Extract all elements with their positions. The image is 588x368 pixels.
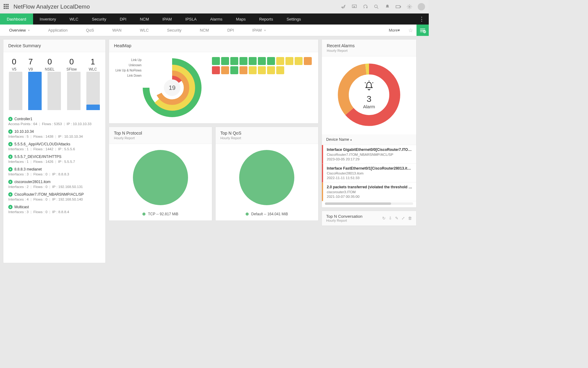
apps-grid-icon[interactable] <box>4 4 9 10</box>
device-row[interactable]: +10.10.10.34Interfaces : 5 | Flows : 143… <box>8 128 100 140</box>
mainnav-item-alarms[interactable]: Alarms <box>203 13 229 25</box>
bar-V5 <box>9 72 22 110</box>
chevron-down-icon: ▾ <box>398 28 400 33</box>
search-icon[interactable] <box>374 4 379 10</box>
heatmap-title: HeatMap <box>114 43 313 48</box>
mainnav-item-inventory[interactable]: Inventory <box>33 13 63 25</box>
expand-icon[interactable]: ⤢ <box>401 216 405 220</box>
device-row[interactable]: +8.8.8.3 medianetInterfaces : 3 | Flows … <box>8 165 100 178</box>
subnav-item-dpi[interactable]: DPI <box>218 25 243 36</box>
mainnav-item-ipsla[interactable]: IPSLA <box>179 13 203 25</box>
heatmap-card: HeatMap Link UpUnknownLink Up & NoFlowsL… <box>109 39 318 124</box>
export-icon[interactable]: ⇩ <box>389 216 392 220</box>
dashboard-content: Device Summary 0V57V90NSEL0SFlow1WLC +Co… <box>0 36 429 266</box>
heatmap-cell[interactable] <box>230 57 238 65</box>
device-row[interactable]: +5.5.5.7_DEVICE/INT/HTTPSInterfaces : 1 … <box>8 153 100 165</box>
headset-icon[interactable] <box>363 4 368 10</box>
top-protocol-title: Top N Protocol <box>114 131 207 136</box>
sub-nav-more-label: More <box>389 28 398 33</box>
heatmap-cell[interactable] <box>304 57 312 65</box>
stat-WLC: 1WLC <box>89 57 97 71</box>
heatmap-cell[interactable] <box>221 57 229 65</box>
alarm-row[interactable]: Interface GigabitEthernet0/0[CiscoRouter… <box>322 145 416 164</box>
mainnav-item-dashboard[interactable]: Dashboard <box>0 13 33 25</box>
mainnav-item-settings[interactable]: Settings <box>280 13 308 25</box>
mainnav-item-ipam[interactable]: IPAM <box>156 13 179 25</box>
subnav-item-qos[interactable]: QoS <box>77 25 103 36</box>
heatmap-cell[interactable] <box>267 57 275 65</box>
heatmap-legend: Link UpUnknownLink Up & NoFlowsLink Down <box>114 57 141 118</box>
top-protocol-subtitle: Hourly Report <box>114 136 207 140</box>
subnav-item-ncm[interactable]: NCM <box>191 25 218 36</box>
horizontal-scrollbar[interactable] <box>325 202 413 205</box>
heatmap-cell[interactable] <box>295 57 303 65</box>
heatmap-cell[interactable] <box>212 66 220 74</box>
heatmap-cell[interactable] <box>221 66 229 74</box>
device-list: +Controller1Access Points : 64 | Flows :… <box>3 113 105 219</box>
subnav-item-security[interactable]: Security <box>158 25 191 36</box>
alarm-row[interactable]: 2.0 packets transferred (violated the th… <box>322 182 416 201</box>
heatmap-cell[interactable] <box>285 57 293 65</box>
chevron-down-icon: ▾ <box>28 29 30 32</box>
heatmap-cell[interactable] <box>230 66 238 74</box>
heatmap-cell[interactable] <box>239 57 247 65</box>
add-widget-button[interactable] <box>417 25 429 36</box>
subnav-item-wlc[interactable]: WLC <box>131 25 158 36</box>
subnav-item-overview[interactable]: Overview ▾ <box>0 25 39 36</box>
heatmap-cell[interactable] <box>249 57 257 65</box>
subnav-item-application[interactable]: Application <box>39 25 77 36</box>
heatmap-cell[interactable] <box>276 66 284 74</box>
mainnav-item-wlc[interactable]: WLC <box>63 13 85 25</box>
legend-swatch <box>142 213 145 216</box>
device-row[interactable]: +5.5.5.6_ App/AVC/CLOUD/AttacksInterface… <box>8 140 100 153</box>
heatmap-cell[interactable] <box>267 66 275 74</box>
heatmap-cell[interactable] <box>258 57 266 65</box>
mainnav-item-ncm[interactable]: NCM <box>133 13 156 25</box>
stat-V9: 7V9 <box>28 57 33 71</box>
device-row[interactable]: +ciscorouter28011.itomInterfaces : 2 | F… <box>8 178 100 190</box>
heatmap-cell[interactable] <box>212 57 220 65</box>
battery-icon[interactable] <box>396 4 401 10</box>
legend-label: Default -- 164.041 MiB <box>251 212 288 216</box>
device-summary-stats: 0V57V90NSEL0SFlow1WLC <box>3 52 105 73</box>
main-nav-more-icon[interactable]: ⋮ <box>417 13 426 25</box>
subnav-item-wan[interactable]: WAN <box>103 25 131 36</box>
edit-icon[interactable]: ✎ <box>395 216 398 220</box>
alarm-row[interactable]: Interface FastEthernet0/1[CiscoRouter280… <box>322 164 416 182</box>
device-row[interactable]: +CiscoRouter7.ITOM_NBARSNMP/ACL/SPInterf… <box>8 190 100 203</box>
heatmap-cell[interactable] <box>239 66 247 74</box>
heatmap-ring-chart: 19 <box>141 57 203 118</box>
avatar[interactable] <box>418 3 425 10</box>
mainnav-item-security[interactable]: Security <box>85 13 113 25</box>
heatmap-legend-item: Link Up & NoFlows <box>114 69 141 72</box>
refresh-icon[interactable]: ↻ <box>382 216 386 220</box>
mainnav-item-reports[interactable]: Reports <box>252 13 280 25</box>
status-up-icon: + <box>8 142 13 146</box>
alarm-table-header[interactable]: Device Name▴ <box>322 134 416 145</box>
card-toolbar: ↻ ⇩ ✎ ⤢ 🗑 <box>382 216 412 220</box>
favorite-icon[interactable]: ☆ <box>405 25 417 36</box>
mainnav-item-dpi[interactable]: DPI <box>113 13 133 25</box>
legend-swatch <box>246 213 249 216</box>
app-title: NetFlow Analyzer LocalDemo <box>13 3 341 10</box>
top-protocol-legend: TCP -- 92.817 MiB <box>142 212 178 216</box>
heatmap-legend-item: Unknown <box>114 63 141 67</box>
subnav-item-ipam[interactable]: IPAM ▾ <box>243 25 275 36</box>
svg-rect-3 <box>400 6 401 7</box>
mainnav-item-maps[interactable]: Maps <box>229 13 252 25</box>
heatmap-cell[interactable] <box>276 57 284 65</box>
top-qos-pie <box>239 150 294 205</box>
svg-rect-2 <box>396 6 400 8</box>
device-row[interactable]: +Controller1Access Points : 64 | Flows :… <box>8 115 100 128</box>
heatmap-cell[interactable] <box>249 66 257 74</box>
status-up-icon: + <box>8 192 13 197</box>
delete-icon[interactable]: 🗑 <box>408 216 412 220</box>
presentation-icon[interactable] <box>352 4 357 10</box>
device-row[interactable]: +MulticastInterfaces : 3 | Flows : 0 | I… <box>8 203 100 216</box>
gear-icon[interactable] <box>407 4 412 10</box>
device-summary-card: Device Summary 0V57V90NSEL0SFlow1WLC +Co… <box>3 39 106 263</box>
rocket-icon[interactable] <box>341 4 346 10</box>
bell-icon[interactable] <box>385 4 390 10</box>
sub-nav-more[interactable]: More ▾ <box>384 25 405 36</box>
heatmap-cell[interactable] <box>258 66 266 74</box>
